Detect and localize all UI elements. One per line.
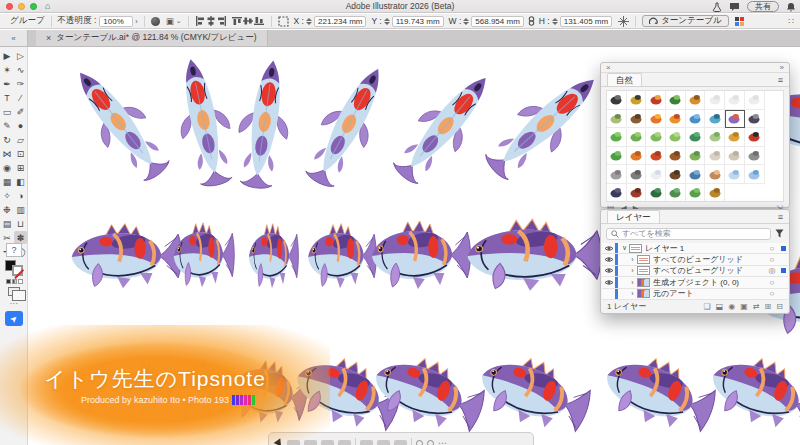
contextual-task-bar[interactable]: ⋯ — [268, 432, 534, 445]
3d-style-icon[interactable] — [151, 17, 160, 26]
align-center-horizontal-icon[interactable] — [206, 16, 217, 27]
symbol-rocks-2[interactable] — [607, 165, 627, 184]
symbol-shark[interactable] — [686, 165, 706, 184]
align-left-icon[interactable] — [195, 16, 206, 27]
symbol-snow[interactable] — [646, 165, 666, 184]
symbol-grass-1[interactable] — [627, 128, 647, 147]
beta-flask-icon[interactable] — [712, 2, 722, 12]
turntable-button[interactable]: ターンテーブル — [642, 15, 729, 27]
symbol-pebble[interactable] — [725, 147, 745, 166]
layer-thumbnail[interactable] — [637, 255, 650, 264]
layer-row[interactable]: ∨レイヤー 1○ — [602, 243, 788, 254]
target-circle-icon[interactable]: ○ — [766, 255, 778, 264]
rotate-tool[interactable]: ↻ — [1, 133, 14, 146]
column-graph-tool[interactable]: ▥ — [14, 203, 27, 216]
link-layer-icon[interactable]: ⇄ — [753, 302, 760, 311]
symbol-ivy[interactable] — [725, 128, 745, 147]
artboard-tool[interactable]: ⊔ — [14, 217, 27, 230]
drawing-modes-icon[interactable] — [8, 287, 20, 296]
taskbar-action-icon[interactable] — [287, 440, 300, 445]
symbols-panel-tab[interactable]: 自然 — [607, 73, 642, 86]
symbol-cloud-3[interactable] — [745, 91, 765, 110]
symbol-dragonfly[interactable] — [607, 110, 627, 129]
symbol-spider[interactable] — [607, 184, 627, 202]
target-circle-icon[interactable]: ○ — [766, 278, 778, 287]
selection-indicator[interactable] — [778, 268, 788, 273]
taskbar-action-icon[interactable] — [321, 440, 334, 445]
opacity-dropdown-icon[interactable]: › — [135, 18, 137, 25]
layer-thumbnail[interactable] — [637, 266, 650, 275]
make-clip-mask-icon[interactable]: ❏ — [704, 302, 711, 311]
layer-row[interactable]: ›元のアート○ — [602, 289, 788, 300]
expand-arrow-icon[interactable]: › — [628, 256, 637, 263]
layer-name-label[interactable]: すべてのビューグリッド — [653, 265, 766, 276]
opacity-input[interactable]: 100% — [99, 16, 133, 27]
panel-menu-icon[interactable]: ≡ — [778, 75, 783, 85]
layer-name-label[interactable]: 元のアート — [653, 288, 766, 299]
taskbar-round-icon[interactable] — [427, 440, 434, 445]
target-circle-icon[interactable]: ○ — [766, 289, 778, 298]
align-middle-vertical-icon[interactable] — [243, 16, 254, 27]
close-tab-icon[interactable]: × — [46, 33, 51, 43]
selection-cursor-icon[interactable] — [274, 438, 285, 445]
shape-builder-tool[interactable]: ◉ — [1, 161, 14, 174]
x-stepper[interactable] — [306, 18, 312, 25]
symbol-trees-2[interactable] — [686, 184, 706, 202]
blob-brush-tool[interactable]: ● — [14, 119, 27, 132]
eyedropper-tool[interactable]: ✧ — [1, 189, 14, 202]
layer-row[interactable]: ›生成オブジェクト (0, 0)○ — [602, 277, 788, 288]
symbol-sprayer-tool[interactable]: ❉ — [1, 203, 14, 216]
target-circle-icon[interactable]: ○ — [766, 244, 778, 253]
symbol-butterfly[interactable] — [686, 91, 706, 110]
layer-thumbnail[interactable] — [637, 289, 650, 298]
appearance-icon[interactable]: ▣⌄ — [166, 16, 182, 26]
delete-layer-icon[interactable]: ⊟ — [776, 302, 783, 311]
selection-tool[interactable]: ▶ — [1, 49, 14, 62]
scale-tool[interactable]: ▱ — [14, 133, 27, 146]
layer-thumbnail[interactable] — [629, 244, 642, 253]
expand-arrow-icon[interactable]: › — [628, 267, 637, 274]
symbol-maple-leaf[interactable] — [627, 147, 647, 166]
transform-icon[interactable] — [618, 16, 629, 27]
visibility-eye-icon[interactable] — [602, 267, 615, 274]
layer-row[interactable]: ›すべてのビューグリッド○ — [602, 254, 788, 265]
magic-wand-tool[interactable]: ✶ — [1, 63, 14, 76]
symbol-pine-tree[interactable] — [646, 184, 666, 202]
panel-close-icon[interactable]: × — [606, 63, 611, 72]
symbol-tropical-fish[interactable] — [686, 110, 706, 129]
symbol-red-maple[interactable] — [646, 147, 666, 166]
line-segment-tool[interactable]: ∕ — [14, 91, 27, 104]
constrain-proportions-icon[interactable] — [526, 16, 537, 27]
align-right-icon[interactable] — [217, 16, 228, 27]
document-tab[interactable]: × ターンテーブル.ai* @ 121.84 % (CMYK/プレビュー) — [36, 30, 268, 46]
type-tool[interactable]: T — [1, 91, 14, 104]
symbol-trees-1[interactable] — [666, 184, 686, 202]
workspace-switcher-icon[interactable]: ∷ — [789, 16, 794, 26]
symbol-red-beetle[interactable] — [646, 91, 666, 110]
symbol-flame[interactable] — [646, 110, 666, 129]
y-input[interactable]: 119.743 mm — [392, 16, 444, 27]
collapse-toolbar-icon[interactable]: « — [0, 30, 28, 46]
filter-funnel-icon[interactable] — [775, 229, 784, 238]
symbol-water-plants[interactable] — [705, 128, 725, 147]
ai-launch-button[interactable]: ➤ — [5, 311, 23, 326]
locate-object-icon[interactable]: ◉ — [728, 302, 735, 311]
visibility-eye-icon[interactable] — [602, 279, 615, 286]
symbol-kelp[interactable] — [686, 128, 706, 147]
symbol-fly[interactable] — [745, 110, 765, 129]
direct-selection-tool[interactable]: ▷ — [14, 49, 27, 62]
align-bottom-icon[interactable] — [254, 16, 265, 27]
symbol-ladybug[interactable] — [745, 128, 765, 147]
layer-thumbnail[interactable] — [637, 278, 650, 287]
symbol-snowflake-2[interactable] — [745, 165, 765, 184]
symbol-shell[interactable] — [705, 165, 725, 184]
make-release-icon[interactable]: ⬓ — [716, 302, 724, 311]
symbol-rocks-1[interactable] — [745, 147, 765, 166]
print-tiling-tool[interactable]: ▤ — [1, 217, 14, 230]
blend-tool[interactable]: ◑ — [14, 189, 27, 202]
pencil-tool[interactable]: ✎ — [1, 119, 14, 132]
symbol-goldfish[interactable] — [666, 110, 686, 129]
free-transform-tool[interactable]: ⊡ — [14, 147, 27, 160]
taskbar-action-icon[interactable] — [338, 440, 351, 445]
selection-indicator[interactable] — [778, 246, 788, 251]
